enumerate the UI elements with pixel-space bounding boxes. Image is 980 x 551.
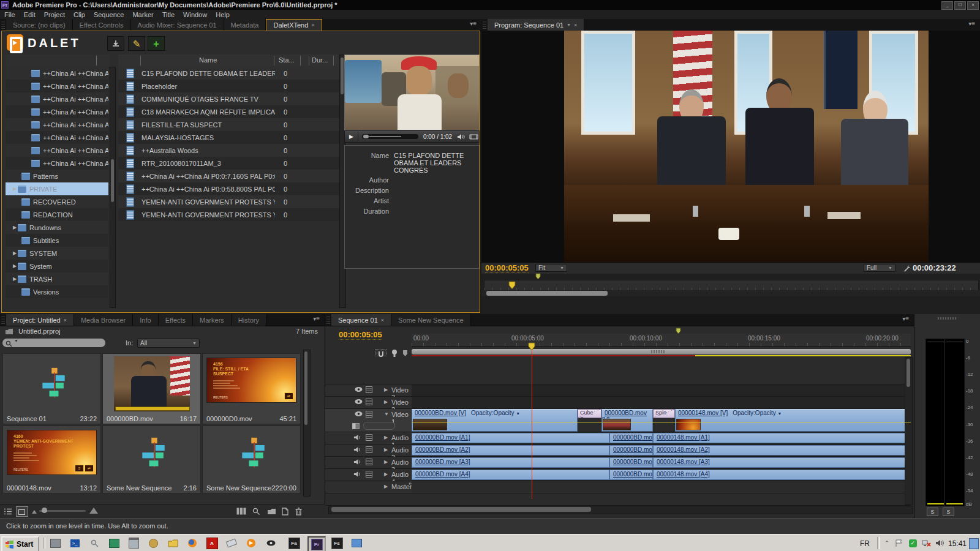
set-display-style-icon[interactable] bbox=[366, 411, 372, 418]
list-item[interactable]: FILESTILL-ETA SUSPECT0 bbox=[118, 118, 339, 131]
taskbar-powershell-icon[interactable]: >_ bbox=[69, 538, 81, 549]
frame-export-icon[interactable] bbox=[469, 133, 478, 140]
tree-scrollbar[interactable] bbox=[110, 67, 116, 308]
taskbar-premiere-active-icon[interactable]: Pr bbox=[307, 536, 326, 551]
audio-clip[interactable]: 00000148.mov [A4] bbox=[653, 470, 911, 480]
close-tab-icon[interactable]: × bbox=[64, 317, 67, 323]
tree-item[interactable]: ++China Ai ++China A bbox=[6, 144, 108, 157]
solo-right-button[interactable]: S bbox=[943, 508, 954, 516]
add-button[interactable]: + bbox=[148, 36, 165, 51]
tab-markers[interactable]: Markers bbox=[193, 314, 232, 326]
tab-some-new-sequence[interactable]: Some New Sequence bbox=[391, 314, 470, 326]
project-item-some-new-sequence[interactable]: Some New Sequence2:16 bbox=[102, 425, 201, 493]
tab-effect-controls[interactable]: Effect Controls bbox=[73, 19, 131, 31]
new-bin-icon[interactable] bbox=[267, 508, 276, 515]
list-item[interactable]: ++China Ai ++China Ai P0:0:58.800S PAL P… bbox=[118, 182, 339, 195]
start-button[interactable]: Start bbox=[1, 536, 39, 551]
tray-chevron-icon[interactable]: ⌃ bbox=[881, 538, 893, 549]
volume-icon[interactable] bbox=[457, 133, 465, 140]
close-tab-icon[interactable]: × bbox=[574, 22, 577, 28]
column-duration[interactable]: Dur... bbox=[312, 56, 328, 64]
tree-item[interactable]: RECOVERED bbox=[6, 195, 108, 208]
preview-video[interactable] bbox=[344, 54, 480, 130]
program-video[interactable] bbox=[481, 31, 980, 262]
trash-icon[interactable] bbox=[295, 508, 302, 515]
panel-menu-icon[interactable]: ▾≡ bbox=[963, 19, 980, 31]
sequence-marker-icon[interactable] bbox=[535, 273, 541, 280]
tray-clock[interactable]: 15:41 bbox=[948, 539, 967, 548]
close-tab-icon[interactable]: × bbox=[381, 317, 384, 323]
taskbar-folder-icon[interactable] bbox=[167, 538, 179, 549]
tab-source[interactable]: Source: (no clips) bbox=[6, 19, 73, 31]
taskbar-fs-icon[interactable]: Fs bbox=[331, 538, 343, 549]
project-item-00000148[interactable]: 4160 YEMEN: ANTI-GOVERNMENT PROTEST REUT… bbox=[2, 425, 101, 493]
list-item[interactable]: C15 PLAFOND DETTE OBAMA ET LEADERS CONG0 bbox=[118, 67, 339, 80]
new-item-icon[interactable] bbox=[282, 508, 288, 515]
tree-item[interactable]: ++China Ai ++China A bbox=[6, 67, 108, 80]
encore-marker-icon[interactable] bbox=[391, 349, 398, 358]
tree-item[interactable]: Patterns bbox=[6, 170, 108, 182]
expand-arrow-icon[interactable]: ▶ bbox=[13, 250, 18, 256]
timeline-clip-v1-bd-2[interactable]: 000000BD.mov [V] bbox=[601, 409, 653, 432]
project-item-some-new-sequence222[interactable]: Some New Sequence2220:00 bbox=[202, 425, 301, 493]
transition-cube-spin[interactable]: Cube Sp bbox=[578, 409, 601, 418]
tree-item[interactable]: REDACTION bbox=[6, 208, 108, 221]
maximize-button[interactable]: □ bbox=[954, 1, 966, 10]
taskbar-system-tool-icon[interactable] bbox=[49, 538, 61, 549]
program-playhead-icon[interactable] bbox=[508, 281, 516, 290]
menu-file[interactable]: File bbox=[0, 11, 20, 18]
menu-clip[interactable]: Clip bbox=[69, 11, 89, 18]
tab-sequence-01[interactable]: Sequence 01× bbox=[331, 314, 391, 326]
settings-wrench-icon[interactable] bbox=[903, 264, 911, 272]
timeline-clip-v1-bd-1[interactable]: 000000BD.mov [V]Opacity:Opacity ▼ bbox=[412, 409, 578, 432]
set-display-style-icon[interactable] bbox=[366, 471, 372, 478]
panel-grip[interactable] bbox=[938, 317, 956, 320]
collapse-track-icon[interactable]: ▼ bbox=[384, 411, 389, 417]
audio-clip[interactable]: 000000BD.mov [A4] bbox=[412, 470, 609, 480]
sequence-marker-icon[interactable] bbox=[676, 328, 681, 334]
playback-quality-dropdown[interactable]: Full▼ bbox=[864, 264, 895, 272]
program-time-ruler[interactable] bbox=[484, 280, 979, 291]
automate-to-sequence-icon[interactable] bbox=[236, 508, 246, 515]
audio-clip[interactable]: 000000BD.mov [A3] bbox=[412, 457, 609, 468]
in-dropdown[interactable]: All▼ bbox=[137, 339, 200, 348]
playhead-line[interactable] bbox=[532, 346, 532, 499]
tree-item[interactable]: ▶System bbox=[6, 260, 108, 272]
transition-spin[interactable]: Spin bbox=[653, 409, 675, 418]
tab-metadata[interactable]: Metadata bbox=[224, 19, 266, 31]
list-view-icon[interactable] bbox=[4, 508, 12, 515]
expand-track-icon[interactable]: ▶ bbox=[384, 447, 388, 452]
seek-bar[interactable] bbox=[362, 134, 418, 139]
tray-language[interactable]: FR bbox=[860, 539, 870, 548]
project-scrollbar[interactable] bbox=[303, 350, 311, 497]
zoom-slider[interactable] bbox=[39, 510, 86, 512]
tab-effects[interactable]: Effects bbox=[159, 314, 193, 326]
tab-program[interactable]: Program: Sequence 01▼× bbox=[488, 19, 584, 31]
tab-project[interactable]: Project: Untitled× bbox=[6, 314, 74, 326]
expand-track-icon[interactable]: ▶ bbox=[384, 471, 388, 477]
taskbar-remote-desktop-icon[interactable] bbox=[350, 538, 363, 549]
panel-grip[interactable] bbox=[326, 316, 330, 324]
list-item[interactable]: YEMEN-ANTI GOVERNMENT PROTESTS YEMEN-AN0 bbox=[118, 195, 339, 208]
timeline-playhead-icon[interactable] bbox=[528, 342, 535, 351]
list-item[interactable]: MALAYSIA-HOSTAGES0 bbox=[118, 131, 339, 144]
expand-arrow-icon[interactable]: ▶ bbox=[13, 225, 18, 230]
expand-arrow-icon[interactable]: ▶ bbox=[13, 186, 18, 192]
taskbar-media-player-icon[interactable]: ▶ bbox=[245, 538, 257, 549]
list-item[interactable]: RTR_201008017011AM_30 bbox=[118, 157, 339, 170]
audio-clip[interactable]: 000000BD.mov [A4] bbox=[609, 470, 653, 480]
audio-clip[interactable]: 000000BD.mov [A1] bbox=[609, 433, 653, 443]
tree-item-selected[interactable]: ▶PRIVATE bbox=[6, 182, 108, 195]
program-timecode[interactable]: 00:00:05:05 bbox=[485, 263, 529, 273]
expand-track-icon[interactable]: ▶ bbox=[384, 435, 388, 440]
tree-item[interactable]: ▶Rundowns bbox=[6, 221, 108, 234]
tab-info[interactable]: Info bbox=[133, 314, 158, 326]
expand-arrow-icon[interactable]: ▶ bbox=[13, 276, 18, 282]
panel-grip[interactable] bbox=[1, 21, 5, 29]
timeline-ruler[interactable]: 00:00 00:00:05:00 00:00:10:00 00:00:15:0… bbox=[412, 334, 911, 347]
audio-clip[interactable]: 000000BD.mov [A1] bbox=[412, 433, 609, 443]
show-desktop-button[interactable] bbox=[969, 538, 979, 549]
opacity-rubber-band[interactable] bbox=[412, 422, 911, 422]
expand-track-icon[interactable]: ▶ bbox=[384, 459, 388, 465]
audio-clip[interactable]: 000000BD.mov [A3] bbox=[609, 457, 653, 468]
